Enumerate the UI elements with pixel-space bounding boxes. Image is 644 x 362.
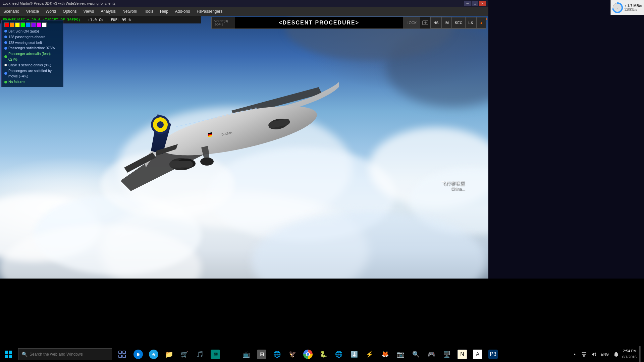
info-line-satisfaction: Passenger satisfaction: 076%: [4, 45, 60, 51]
atc-icon-button[interactable]: [420, 17, 430, 28]
svg-rect-25: [185, 124, 187, 125]
svg-rect-23: [176, 126, 178, 127]
svg-rect-54: [119, 351, 121, 354]
svg-rect-51: [9, 351, 12, 354]
tray-network-icon[interactable]: [581, 351, 587, 358]
taskbar-app7[interactable]: 🗺: [223, 346, 238, 362]
minimize-button[interactable]: ─: [464, 1, 471, 6]
atc-lock-button[interactable]: LOCK: [403, 17, 420, 28]
second-monitor: [488, 0, 644, 279]
atc-sec-button[interactable]: SEC: [452, 17, 466, 28]
menu-addons[interactable]: Add-ons: [172, 8, 194, 15]
color-white[interactable]: [42, 22, 47, 27]
airplane-graphic: D-ABJA: [104, 20, 339, 221]
color-blue[interactable]: [26, 22, 31, 27]
voice-label: VOICE(H): [214, 19, 232, 23]
atc-hs-button[interactable]: HS: [430, 17, 441, 28]
info-dot-1: [4, 30, 7, 33]
svg-rect-32: [215, 117, 217, 118]
tray-volume-icon[interactable]: [590, 351, 597, 358]
search-box[interactable]: 🔍: [18, 348, 112, 360]
taskbar-app18[interactable]: 📷: [393, 346, 408, 362]
menu-vehicle[interactable]: Vehicle: [22, 8, 42, 15]
close-button[interactable]: ✕: [479, 1, 486, 6]
taskbar-edge-icon[interactable]: e: [131, 346, 146, 362]
tray-notification-icon[interactable]: [613, 351, 620, 358]
menu-options[interactable]: Options: [59, 8, 80, 15]
taskbar-app6[interactable]: ✉: [208, 346, 223, 362]
svg-rect-40: [250, 109, 252, 110]
taskbar-calc-icon[interactable]: ⊞: [254, 346, 269, 362]
info-text-2: 128 passengers aboard: [8, 34, 45, 40]
maximize-button[interactable]: □: [472, 1, 478, 6]
taskbar-firefox[interactable]: 🦊: [378, 346, 392, 362]
info-text-4: Passenger satisfaction: 076%: [8, 45, 55, 51]
taskbar-app15[interactable]: ⬇️: [347, 346, 362, 362]
svg-rect-28: [198, 121, 200, 122]
taskbar-app16[interactable]: ⚡: [362, 346, 377, 362]
start-button[interactable]: [0, 346, 17, 362]
color-yellow[interactable]: [15, 22, 20, 27]
menu-tools[interactable]: Tools: [141, 8, 157, 15]
taskbar-app10[interactable]: 🌐: [270, 346, 284, 362]
taskbar-explorer-icon[interactable]: 📁: [162, 346, 176, 362]
watermark: 飞行赛联盟 China...: [441, 181, 465, 191]
taskbar-clock[interactable]: 2:54 PM 6/7/2016: [622, 348, 637, 360]
info-text-1: Belt Sign ON (auto): [8, 28, 39, 34]
svg-rect-55: [123, 351, 125, 354]
svg-rect-33: [220, 116, 222, 117]
taskbar-app8[interactable]: 📺: [239, 346, 254, 362]
atc-lk-button[interactable]: LK: [465, 17, 476, 28]
taskbar-app23[interactable]: A: [470, 346, 485, 362]
menu-fspassengers[interactable]: FsPassengers: [193, 8, 226, 15]
taskbar-notepad-icon[interactable]: N: [455, 346, 470, 362]
svg-rect-29: [202, 120, 204, 121]
network-speed-text: ↑ 1.7 MB/s: [624, 4, 642, 8]
atc-voice-indicator: VOICE(H) SOP 1: [212, 17, 235, 28]
taskbar-app19[interactable]: 🔍: [409, 346, 423, 362]
svg-text:↑: ↑: [617, 7, 619, 9]
color-green[interactable]: [20, 22, 25, 27]
taskbar-chrome[interactable]: [301, 346, 315, 362]
svg-point-14: [156, 96, 321, 165]
task-view-button[interactable]: [115, 346, 129, 362]
menu-analysis[interactable]: Analysis: [97, 8, 119, 15]
tray-language-indicator[interactable]: ENG: [599, 351, 610, 358]
taskbar-prepar3d[interactable]: P3: [486, 346, 500, 362]
taskbar-app21[interactable]: 🖥️: [439, 346, 454, 362]
menu-views[interactable]: Views: [80, 8, 98, 15]
color-purple[interactable]: [31, 22, 36, 27]
taskbar-app14[interactable]: 🌐: [331, 346, 346, 362]
color-red[interactable]: [4, 22, 9, 27]
sop-label: SOP 1: [214, 23, 232, 26]
show-desktop-button[interactable]: [639, 346, 641, 362]
menu-scenario[interactable]: Scenario: [0, 8, 22, 15]
taskbar-python[interactable]: 🐍: [316, 346, 331, 362]
color-orange[interactable]: [10, 22, 14, 27]
atc-prev-button[interactable]: ◄: [476, 17, 486, 28]
svg-rect-27: [194, 122, 196, 123]
svg-rect-24: [180, 125, 182, 126]
menu-world[interactable]: World: [42, 8, 59, 15]
tray-overflow-button[interactable]: ▲: [571, 351, 578, 358]
svg-rect-35: [228, 114, 230, 115]
search-input[interactable]: [30, 352, 108, 357]
clock-time: 2:54 PM: [623, 348, 637, 354]
svg-point-46: [200, 158, 214, 166]
clock-date: 6/7/2016: [622, 354, 637, 360]
color-pink[interactable]: [37, 22, 41, 27]
taskbar-app20[interactable]: 🎮: [424, 346, 439, 362]
taskbar-app5[interactable]: 🎵: [193, 346, 207, 362]
info-line-crew: Crew is serving drinks (9%): [4, 62, 60, 68]
taskbar: 🔍 e e 📁 🛒 🎵 ✉ 🗺 📺 ⊞: [0, 346, 644, 362]
atc-im-button[interactable]: IM: [442, 17, 452, 28]
info-text-3: 128 wearing seat belt: [8, 40, 42, 46]
info-dot-3: [4, 41, 7, 44]
svg-rect-58: [583, 355, 585, 357]
taskbar-app11[interactable]: 🦅: [285, 346, 300, 362]
info-dot-4: [4, 47, 7, 50]
taskbar-ie-icon[interactable]: e: [146, 346, 161, 362]
menu-help[interactable]: Help: [157, 8, 172, 15]
menu-network[interactable]: Network: [119, 8, 141, 15]
taskbar-store-icon[interactable]: 🛒: [177, 346, 192, 362]
